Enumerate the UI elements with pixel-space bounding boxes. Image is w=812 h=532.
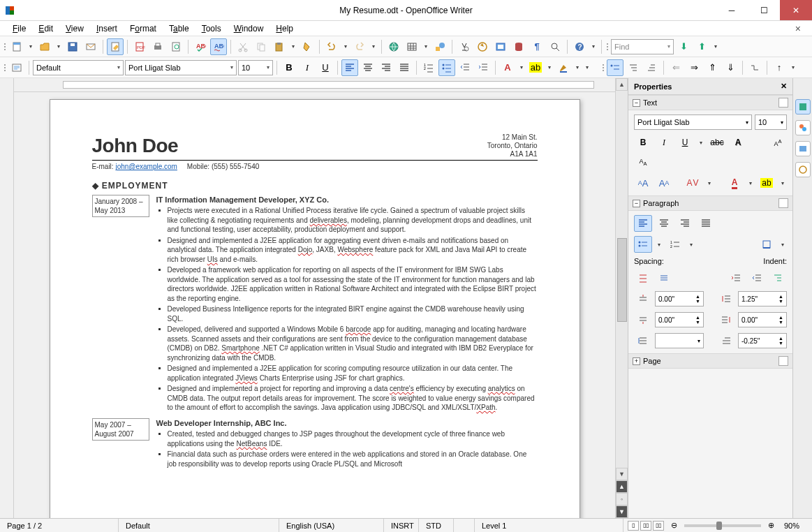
p-first-spin[interactable]: -0.25"▲▼ [738,333,787,348]
page-options-icon[interactable] [778,356,788,366]
bg-color-button[interactable] [555,59,572,76]
open-dropdown[interactable]: ▾ [54,43,63,50]
new-button[interactable] [8,38,25,55]
draw-button[interactable] [431,38,448,55]
p-align-justify[interactable] [697,215,715,232]
font-color-button[interactable]: A [499,59,516,76]
status-page[interactable]: Page 1 / 2 [0,519,119,532]
p-bullets[interactable] [634,236,652,253]
scroll-down-button[interactable]: ▼ [616,468,628,480]
style-combo[interactable]: Default▾ [33,60,124,75]
p-fontcolor-button[interactable]: A [725,175,744,191]
p-shrink-button[interactable]: AA [655,175,673,191]
view-single[interactable]: ▯ [628,521,639,531]
zoom-out[interactable]: ⊖ [668,519,680,532]
document-scroll[interactable]: John Doe 12 Main St. Toronto, Ontario A1… [14,92,615,518]
sidebar-tab-gallery[interactable] [795,141,811,156]
menu-insert[interactable]: Insert [91,22,123,35]
list-more[interactable]: ▾ [789,64,797,71]
p-spacing-inc[interactable] [634,269,652,286]
cut-button[interactable] [235,38,251,55]
find-grip[interactable] [605,43,610,50]
menu-help[interactable]: Help [270,22,299,35]
p-fontcolor-dd[interactable]: ▾ [746,180,755,186]
move-up-button[interactable]: ⇑ [704,59,721,76]
redo-dropdown[interactable]: ▾ [369,43,378,50]
undo-button[interactable] [323,38,340,55]
bold-button[interactable]: B [281,59,297,76]
status-style[interactable]: Default [119,519,279,532]
p-shadow-button[interactable]: A [729,134,747,151]
find-next-button[interactable]: ⬇ [675,38,692,55]
datasources-button[interactable] [510,38,527,55]
expand-icon[interactable]: + [633,357,640,365]
navigator-button[interactable] [474,38,491,55]
p-indent-inc[interactable] [727,269,745,286]
maximize-button[interactable]: ☐ [748,0,780,20]
nonprint-button[interactable]: ¶ [529,38,545,55]
p-indent-dec[interactable] [748,269,766,286]
status-sig[interactable] [454,519,475,532]
gallery-button[interactable] [492,38,509,55]
indent-dec-button[interactable] [457,59,473,76]
p-underline-dd[interactable]: ▾ [697,140,705,146]
scroll-thumb[interactable] [617,238,627,322]
save-button[interactable] [64,38,81,55]
props-close-icon[interactable]: ✕ [781,82,787,91]
paste-dropdown[interactable]: ▾ [289,43,297,50]
props-size-combo[interactable]: 10▾ [755,114,787,130]
nav-toggle-button[interactable]: ◦ [616,493,628,505]
view-multi[interactable]: ▯▯ [640,521,651,531]
email-button[interactable] [82,38,99,55]
p-bullets-dd[interactable]: ▾ [655,242,663,248]
props-para-header[interactable]: − Paragraph [628,195,792,211]
p-align-right[interactable] [676,215,694,232]
formatpaint-button[interactable] [299,38,316,55]
spellcheck-button[interactable]: ABC [192,38,209,55]
undo-dropdown[interactable]: ▾ [341,43,350,50]
indent-inc-button[interactable] [475,59,492,76]
font-color-dd[interactable]: ▾ [517,64,526,71]
underline-button[interactable]: U [317,59,334,76]
list-btn1[interactable] [607,59,623,76]
menu-table[interactable]: Table [163,22,195,35]
align-justify-button[interactable] [396,59,413,76]
toolbar-grip[interactable] [3,43,7,50]
p-left-spin[interactable]: 1.25"▲▼ [738,291,787,306]
p-italic-button[interactable]: I [655,134,673,151]
align-center-button[interactable] [360,59,376,76]
props-font-combo[interactable]: Port Lligat Slab▾ [634,114,752,130]
font-combo[interactable]: Port Lligat Slab▾ [125,60,237,75]
vertical-scrollbar[interactable]: ▲ ▼ ▲ ◦ ▼ [615,78,628,518]
new-dropdown[interactable]: ▾ [27,43,35,50]
sidebar-tab-styles[interactable] [795,120,811,135]
text-options-icon[interactable] [778,98,788,108]
menu-view[interactable]: View [60,22,89,35]
p-align-left[interactable] [634,215,652,232]
toolbar-more[interactable]: ▾ [589,43,598,50]
p-spacing-button[interactable]: AV [684,175,702,191]
p-super-button[interactable]: AA [769,134,787,151]
zoom-button[interactable] [547,38,563,55]
props-text-header[interactable]: − Text [628,95,792,110]
find-input[interactable]: Find▾ [611,39,674,54]
status-level[interactable]: Level 1 [475,519,623,532]
p-bold-button[interactable]: B [634,134,652,151]
menu-file[interactable]: File [7,22,31,35]
restart-num-button[interactable]: ↑ [771,59,788,76]
minimize-button[interactable]: ─ [716,0,748,20]
p-above-spin[interactable]: 0.00"▲▼ [655,291,704,306]
find-prev-button[interactable]: ⬆ [693,38,710,55]
paste-button[interactable] [271,38,288,55]
hyperlink-button[interactable] [385,38,402,55]
p-highlight-dd[interactable]: ▾ [778,180,787,186]
list-grip[interactable] [601,64,605,71]
move-down-button[interactable]: ⇓ [722,59,739,76]
email-link[interactable]: john@example.com [115,163,177,170]
align-left-button[interactable] [341,59,358,76]
zoom-value[interactable]: 90% [777,519,812,532]
bg-color-dd[interactable]: ▾ [573,64,582,71]
collapse-icon[interactable]: − [633,99,640,107]
print-button[interactable] [149,38,166,55]
collapse-icon[interactable]: − [633,200,640,207]
